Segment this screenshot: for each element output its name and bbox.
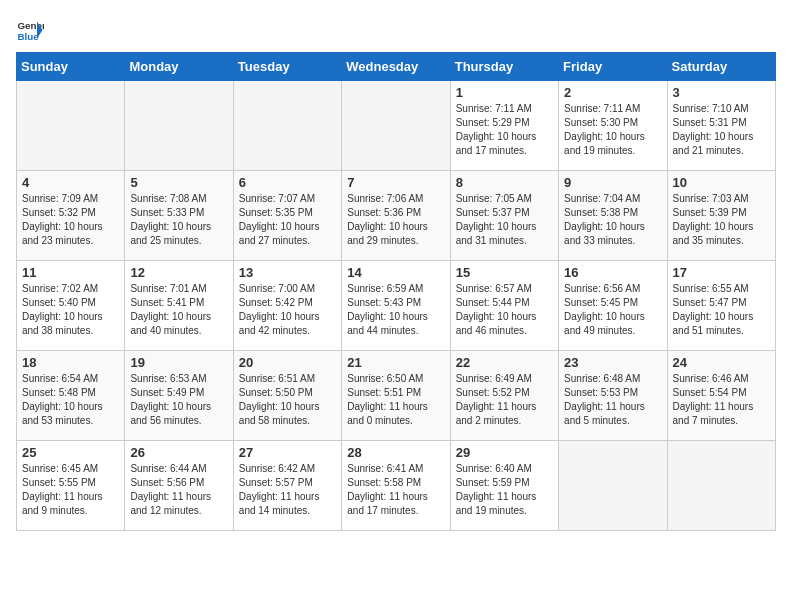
day-info: Sunrise: 6:46 AM Sunset: 5:54 PM Dayligh…	[673, 372, 770, 428]
day-number: 25	[22, 445, 119, 460]
day-number: 29	[456, 445, 553, 460]
day-number: 1	[456, 85, 553, 100]
day-info: Sunrise: 7:04 AM Sunset: 5:38 PM Dayligh…	[564, 192, 661, 248]
day-info: Sunrise: 7:01 AM Sunset: 5:41 PM Dayligh…	[130, 282, 227, 338]
calendar-cell: 20Sunrise: 6:51 AM Sunset: 5:50 PM Dayli…	[233, 351, 341, 441]
day-number: 4	[22, 175, 119, 190]
day-number: 24	[673, 355, 770, 370]
calendar-cell: 27Sunrise: 6:42 AM Sunset: 5:57 PM Dayli…	[233, 441, 341, 531]
calendar-cell: 19Sunrise: 6:53 AM Sunset: 5:49 PM Dayli…	[125, 351, 233, 441]
day-number: 27	[239, 445, 336, 460]
calendar-week-row: 18Sunrise: 6:54 AM Sunset: 5:48 PM Dayli…	[17, 351, 776, 441]
calendar-cell: 21Sunrise: 6:50 AM Sunset: 5:51 PM Dayli…	[342, 351, 450, 441]
day-info: Sunrise: 6:59 AM Sunset: 5:43 PM Dayligh…	[347, 282, 444, 338]
day-info: Sunrise: 6:50 AM Sunset: 5:51 PM Dayligh…	[347, 372, 444, 428]
day-number: 14	[347, 265, 444, 280]
weekday-header-saturday: Saturday	[667, 53, 775, 81]
day-number: 6	[239, 175, 336, 190]
calendar-cell: 7Sunrise: 7:06 AM Sunset: 5:36 PM Daylig…	[342, 171, 450, 261]
day-number: 8	[456, 175, 553, 190]
weekday-header-wednesday: Wednesday	[342, 53, 450, 81]
day-info: Sunrise: 7:09 AM Sunset: 5:32 PM Dayligh…	[22, 192, 119, 248]
day-info: Sunrise: 7:00 AM Sunset: 5:42 PM Dayligh…	[239, 282, 336, 338]
calendar-week-row: 1Sunrise: 7:11 AM Sunset: 5:29 PM Daylig…	[17, 81, 776, 171]
calendar-cell: 10Sunrise: 7:03 AM Sunset: 5:39 PM Dayli…	[667, 171, 775, 261]
calendar-cell: 11Sunrise: 7:02 AM Sunset: 5:40 PM Dayli…	[17, 261, 125, 351]
calendar-cell: 28Sunrise: 6:41 AM Sunset: 5:58 PM Dayli…	[342, 441, 450, 531]
day-info: Sunrise: 6:56 AM Sunset: 5:45 PM Dayligh…	[564, 282, 661, 338]
day-number: 13	[239, 265, 336, 280]
day-number: 7	[347, 175, 444, 190]
day-info: Sunrise: 6:45 AM Sunset: 5:55 PM Dayligh…	[22, 462, 119, 518]
calendar-cell	[559, 441, 667, 531]
day-number: 3	[673, 85, 770, 100]
calendar-cell	[125, 81, 233, 171]
calendar-cell: 14Sunrise: 6:59 AM Sunset: 5:43 PM Dayli…	[342, 261, 450, 351]
day-info: Sunrise: 7:07 AM Sunset: 5:35 PM Dayligh…	[239, 192, 336, 248]
calendar-cell	[17, 81, 125, 171]
day-number: 22	[456, 355, 553, 370]
calendar-cell: 4Sunrise: 7:09 AM Sunset: 5:32 PM Daylig…	[17, 171, 125, 261]
calendar-week-row: 4Sunrise: 7:09 AM Sunset: 5:32 PM Daylig…	[17, 171, 776, 261]
day-info: Sunrise: 6:49 AM Sunset: 5:52 PM Dayligh…	[456, 372, 553, 428]
calendar-cell: 8Sunrise: 7:05 AM Sunset: 5:37 PM Daylig…	[450, 171, 558, 261]
day-info: Sunrise: 6:40 AM Sunset: 5:59 PM Dayligh…	[456, 462, 553, 518]
day-info: Sunrise: 6:41 AM Sunset: 5:58 PM Dayligh…	[347, 462, 444, 518]
day-number: 23	[564, 355, 661, 370]
day-number: 21	[347, 355, 444, 370]
calendar-cell: 23Sunrise: 6:48 AM Sunset: 5:53 PM Dayli…	[559, 351, 667, 441]
calendar-cell: 25Sunrise: 6:45 AM Sunset: 5:55 PM Dayli…	[17, 441, 125, 531]
day-number: 12	[130, 265, 227, 280]
day-number: 16	[564, 265, 661, 280]
day-number: 10	[673, 175, 770, 190]
weekday-header-row: SundayMondayTuesdayWednesdayThursdayFrid…	[17, 53, 776, 81]
day-number: 11	[22, 265, 119, 280]
day-info: Sunrise: 7:10 AM Sunset: 5:31 PM Dayligh…	[673, 102, 770, 158]
day-info: Sunrise: 6:48 AM Sunset: 5:53 PM Dayligh…	[564, 372, 661, 428]
day-info: Sunrise: 7:08 AM Sunset: 5:33 PM Dayligh…	[130, 192, 227, 248]
day-number: 26	[130, 445, 227, 460]
weekday-header-thursday: Thursday	[450, 53, 558, 81]
calendar-cell: 22Sunrise: 6:49 AM Sunset: 5:52 PM Dayli…	[450, 351, 558, 441]
day-info: Sunrise: 6:53 AM Sunset: 5:49 PM Dayligh…	[130, 372, 227, 428]
day-info: Sunrise: 6:55 AM Sunset: 5:47 PM Dayligh…	[673, 282, 770, 338]
calendar-cell: 3Sunrise: 7:10 AM Sunset: 5:31 PM Daylig…	[667, 81, 775, 171]
day-info: Sunrise: 6:42 AM Sunset: 5:57 PM Dayligh…	[239, 462, 336, 518]
day-number: 9	[564, 175, 661, 190]
weekday-header-friday: Friday	[559, 53, 667, 81]
calendar-cell	[233, 81, 341, 171]
calendar-cell: 2Sunrise: 7:11 AM Sunset: 5:30 PM Daylig…	[559, 81, 667, 171]
day-number: 28	[347, 445, 444, 460]
calendar-cell: 26Sunrise: 6:44 AM Sunset: 5:56 PM Dayli…	[125, 441, 233, 531]
day-info: Sunrise: 7:03 AM Sunset: 5:39 PM Dayligh…	[673, 192, 770, 248]
day-number: 5	[130, 175, 227, 190]
calendar-week-row: 25Sunrise: 6:45 AM Sunset: 5:55 PM Dayli…	[17, 441, 776, 531]
day-info: Sunrise: 6:51 AM Sunset: 5:50 PM Dayligh…	[239, 372, 336, 428]
calendar-cell: 16Sunrise: 6:56 AM Sunset: 5:45 PM Dayli…	[559, 261, 667, 351]
day-info: Sunrise: 7:06 AM Sunset: 5:36 PM Dayligh…	[347, 192, 444, 248]
calendar-cell: 1Sunrise: 7:11 AM Sunset: 5:29 PM Daylig…	[450, 81, 558, 171]
calendar-week-row: 11Sunrise: 7:02 AM Sunset: 5:40 PM Dayli…	[17, 261, 776, 351]
day-info: Sunrise: 7:05 AM Sunset: 5:37 PM Dayligh…	[456, 192, 553, 248]
logo: General Blue	[16, 16, 48, 44]
weekday-header-monday: Monday	[125, 53, 233, 81]
day-number: 2	[564, 85, 661, 100]
calendar-cell	[667, 441, 775, 531]
day-number: 18	[22, 355, 119, 370]
calendar-cell: 24Sunrise: 6:46 AM Sunset: 5:54 PM Dayli…	[667, 351, 775, 441]
weekday-header-tuesday: Tuesday	[233, 53, 341, 81]
day-number: 19	[130, 355, 227, 370]
day-info: Sunrise: 7:11 AM Sunset: 5:30 PM Dayligh…	[564, 102, 661, 158]
calendar-cell: 13Sunrise: 7:00 AM Sunset: 5:42 PM Dayli…	[233, 261, 341, 351]
calendar-table: SundayMondayTuesdayWednesdayThursdayFrid…	[16, 52, 776, 531]
calendar-cell: 12Sunrise: 7:01 AM Sunset: 5:41 PM Dayli…	[125, 261, 233, 351]
calendar-cell: 29Sunrise: 6:40 AM Sunset: 5:59 PM Dayli…	[450, 441, 558, 531]
day-number: 15	[456, 265, 553, 280]
day-info: Sunrise: 7:11 AM Sunset: 5:29 PM Dayligh…	[456, 102, 553, 158]
day-info: Sunrise: 6:54 AM Sunset: 5:48 PM Dayligh…	[22, 372, 119, 428]
day-number: 17	[673, 265, 770, 280]
calendar-cell	[342, 81, 450, 171]
weekday-header-sunday: Sunday	[17, 53, 125, 81]
day-info: Sunrise: 7:02 AM Sunset: 5:40 PM Dayligh…	[22, 282, 119, 338]
day-number: 20	[239, 355, 336, 370]
